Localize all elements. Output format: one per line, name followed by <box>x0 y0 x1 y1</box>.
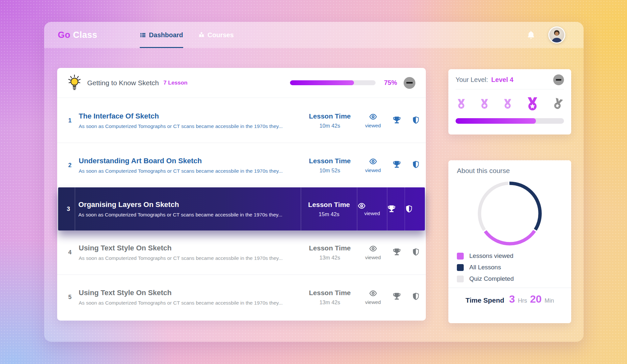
time-spend-hours: 3 <box>509 293 515 305</box>
lesson-description: As soon as Computerized Tomographs or CT… <box>78 212 295 218</box>
time-spend-minutes-unit: Min <box>545 297 554 304</box>
lesson-row-1[interactable]: 1 The Interface Of Sketch As soon as Com… <box>57 99 426 143</box>
lesson-row-3-active[interactable]: 3 Organising Layers On Sketch As soon as… <box>58 187 425 230</box>
donut-legend: Lessons viewed All Lessons Quiz Complete… <box>457 252 563 282</box>
about-card-title: About this course <box>457 167 563 175</box>
medal-icon-level-5-locked <box>551 96 566 111</box>
nav-tabs: Dashboard Courses <box>140 22 234 48</box>
eye-icon[interactable] <box>357 202 366 210</box>
main-glass-panel: Go Class Dashboard Courses Getting to Kn… <box>44 22 584 342</box>
app-logo[interactable]: Go Class <box>58 30 97 40</box>
lesson-time-label: Lesson Time <box>302 157 358 165</box>
trophy-icon[interactable] <box>393 160 401 169</box>
medal-icon-level-2 <box>479 98 490 110</box>
lesson-time-label: Lesson Time <box>302 289 358 297</box>
lesson-row-5[interactable]: 5 Using Text Style On Sketch As soon as … <box>57 275 426 319</box>
course-progress-percent: 75% <box>384 79 397 87</box>
legend-swatch <box>457 264 464 271</box>
course-lessons-card: Getting to Know Sketch 7 Lesson 75% 1 Th… <box>57 68 426 321</box>
eye-icon[interactable] <box>369 245 378 253</box>
course-lesson-count: 7 Lesson <box>163 80 187 86</box>
lesson-time-label: Lesson Time <box>302 244 358 252</box>
eye-icon[interactable] <box>369 289 378 297</box>
shield-icon[interactable] <box>412 116 420 124</box>
lesson-row-4[interactable]: 4 Using Text Style On Sketch As soon as … <box>57 230 426 275</box>
lesson-time-value: 13m 42s <box>302 255 358 261</box>
lesson-number: 5 <box>64 294 75 301</box>
course-progress-bar <box>290 80 376 85</box>
trophy-icon[interactable] <box>387 205 396 213</box>
level-medals <box>456 95 564 113</box>
bell-icon[interactable] <box>527 30 535 40</box>
legend-item-quiz-completed: Quiz Completed <box>457 275 563 282</box>
logo-class: Class <box>73 30 98 40</box>
course-title: Getting to Know Sketch <box>87 79 159 87</box>
lesson-title: The Interface Of Sketch <box>79 112 296 120</box>
lesson-time-label: Lesson Time <box>302 112 358 120</box>
shield-icon[interactable] <box>412 160 420 169</box>
lesson-time-value: 10m 42s <box>302 123 358 129</box>
lesson-number: 4 <box>64 249 75 256</box>
lesson-number: 2 <box>64 162 75 169</box>
your-level-label: Your Level: <box>456 76 488 84</box>
eye-icon[interactable] <box>369 157 378 166</box>
avatar-person-icon <box>549 27 564 42</box>
shield-icon[interactable] <box>405 205 413 213</box>
lesson-description: As soon as Computerized Tomographs or CT… <box>79 300 296 306</box>
legend-swatch <box>457 276 464 282</box>
user-avatar[interactable] <box>548 26 565 43</box>
time-spend-hours-unit: Hrs <box>518 297 527 304</box>
legend-item-all-lessons: All Lessons <box>457 264 563 271</box>
tab-courses-label: Courses <box>208 31 234 39</box>
level-progress-bar <box>456 118 564 124</box>
collapse-level-button[interactable] <box>553 74 564 85</box>
nav-right-group <box>527 26 565 43</box>
lesson-description: As soon as Computerized Tomographs or CT… <box>79 255 296 261</box>
viewed-label: viewed <box>358 299 388 305</box>
level-progress-fill <box>456 118 536 124</box>
medal-icon-level-3 <box>502 98 513 110</box>
courses-icon <box>198 32 205 38</box>
lesson-description: As soon as Computerized Tomographs or CT… <box>79 123 296 129</box>
viewed-label: viewed <box>358 167 388 173</box>
lesson-title: Organising Layers On Sketch <box>78 200 295 209</box>
dashboard-list-icon <box>140 32 146 38</box>
course-progress-fill <box>290 80 354 85</box>
your-level-card: Your Level: Level 4 <box>448 69 571 135</box>
tab-dashboard[interactable]: Dashboard <box>140 22 183 48</box>
trophy-icon[interactable] <box>393 248 401 256</box>
shield-icon[interactable] <box>412 292 420 301</box>
shield-icon[interactable] <box>412 248 420 256</box>
top-navbar: Go Class Dashboard Courses <box>44 22 584 48</box>
viewed-label: viewed <box>357 211 387 216</box>
trophy-icon[interactable] <box>393 116 401 124</box>
lesson-title: Using Text Style On Sketch <box>79 289 296 297</box>
lesson-list: 1 The Interface Of Sketch As soon as Com… <box>57 98 426 321</box>
lesson-time-label: Lesson Time <box>301 201 357 209</box>
your-level-value: Level 4 <box>491 76 513 84</box>
about-course-card: About this course Lessons viewed All Les… <box>448 160 571 323</box>
course-donut-chart <box>476 180 543 248</box>
legend-swatch <box>457 253 464 260</box>
lesson-time-value: 13m 42s <box>302 299 358 306</box>
viewed-label: viewed <box>358 123 388 129</box>
medal-icon-level-4-current <box>525 96 540 112</box>
course-header: Getting to Know Sketch 7 Lesson 75% <box>57 68 426 98</box>
eye-icon[interactable] <box>369 113 378 121</box>
lesson-title: Using Text Style On Sketch <box>79 244 296 252</box>
lesson-number: 3 <box>62 187 75 230</box>
time-spend-row: Time Spend 3 Hrs 20 Min <box>457 288 563 305</box>
lightbulb-icon <box>67 74 82 91</box>
lesson-row-2[interactable]: 2 Understanding Art Board On Sketch As s… <box>57 143 426 187</box>
medal-icon-level-1 <box>456 98 467 110</box>
time-spend-label: Time Spend <box>465 296 504 304</box>
collapse-course-button[interactable] <box>404 77 415 89</box>
trophy-icon[interactable] <box>393 292 401 301</box>
tab-courses[interactable]: Courses <box>198 22 234 48</box>
time-spend-minutes: 20 <box>530 293 542 305</box>
lesson-description: As soon as Computerized Tomographs or CT… <box>79 168 296 174</box>
lesson-number: 1 <box>64 117 75 124</box>
lesson-time-value: 10m 52s <box>302 167 358 174</box>
lesson-title: Understanding Art Board On Sketch <box>79 157 296 165</box>
viewed-label: viewed <box>358 255 388 261</box>
